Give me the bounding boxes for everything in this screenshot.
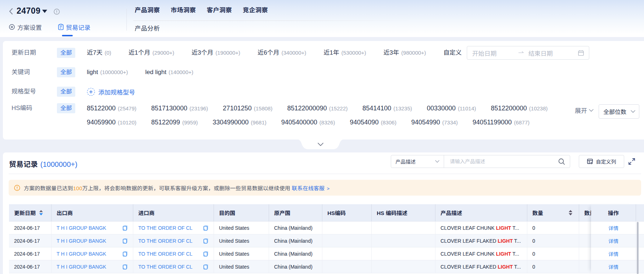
sort-carets[interactable]: [39, 210, 43, 215]
end-date-input[interactable]: 结束日期: [528, 49, 578, 58]
cell-quantity: 0: [527, 260, 579, 273]
hs-option[interactable]: 94054990(7334): [411, 117, 458, 128]
quota-warning-banner: 方案的数据量已达到100万上限，将会影响数据的更新，可联系客服升级方案，或删除一…: [9, 180, 641, 196]
tab-plan-settings[interactable]: 方案设置: [9, 23, 42, 32]
copy-icon[interactable]: [122, 264, 128, 270]
cell-quantity: 0: [527, 247, 579, 260]
hs-option[interactable]: 3304990000(9681): [213, 117, 266, 128]
col-header-hs-code[interactable]: HS编码: [322, 204, 372, 222]
detail-link[interactable]: 详情: [591, 222, 636, 234]
nav-product-insight[interactable]: 产品洞察: [135, 5, 171, 14]
hs-option[interactable]: 27101250(15808): [223, 103, 273, 114]
plan-info-icon[interactable]: [54, 9, 60, 15]
highlighted-term: LIGHT: [496, 251, 511, 257]
date-option-3y[interactable]: 近3年(980000+): [384, 48, 426, 58]
subnav-product-analysis[interactable]: 产品分析: [135, 23, 160, 32]
date-option-1y[interactable]: 近1年(530000+): [323, 48, 366, 58]
contact-support-link[interactable]: 联系在线客服: [292, 185, 325, 191]
hs-code-all-chip[interactable]: 全部: [57, 103, 75, 113]
hs-option[interactable]: 94051199000(6877): [473, 117, 529, 128]
keyword-all-chip[interactable]: 全部: [57, 67, 75, 77]
cell-update-date: 2024-06-17: [9, 247, 52, 260]
detail-link[interactable]: 详情: [591, 260, 636, 273]
cell-quantity: 0: [527, 234, 579, 247]
records-title: 贸易记录 (1000000+): [9, 159, 77, 169]
filter-row-update-date: 更新日期 全部 近7天(0) 近1个月(29000+) 近3个月(190000+…: [12, 48, 644, 60]
col-header-destination[interactable]: 目的国: [214, 204, 269, 222]
cell-importer[interactable]: TO THE ORDER OF CL: [133, 247, 214, 260]
copy-icon[interactable]: [122, 238, 128, 244]
start-date-input[interactable]: 开始日期: [472, 49, 518, 58]
hs-option[interactable]: 8517130000(23196): [151, 103, 208, 114]
cell-importer[interactable]: TO THE ORDER OF CL: [133, 260, 214, 273]
cell-origin: China (Mainland): [269, 260, 322, 273]
copy-icon[interactable]: [122, 225, 128, 231]
vertical-scrollbar[interactable]: [637, 222, 639, 274]
keyword-option-led-light[interactable]: led light(140000+): [145, 67, 193, 77]
date-option-1m[interactable]: 近1个月(29000+): [129, 48, 174, 58]
hs-option[interactable]: 85122000(25479): [87, 103, 137, 114]
copy-icon[interactable]: [122, 251, 128, 257]
search-icon[interactable]: [554, 155, 570, 168]
link-arrow[interactable]: >: [327, 186, 330, 191]
search-input[interactable]: [444, 155, 554, 168]
date-range-picker[interactable]: 开始日期 结束日期: [467, 46, 589, 60]
search-field-select[interactable]: 产品描述: [391, 155, 444, 168]
collapse-panel-button[interactable]: [296, 139, 345, 150]
hs-option[interactable]: 85122099(9959): [151, 117, 198, 128]
hs-option[interactable]: 85414100(13235): [362, 103, 412, 114]
hs-option[interactable]: 94059900(10120): [87, 117, 137, 128]
tab-trade-records[interactable]: 贸易记录: [58, 23, 90, 32]
hs-option[interactable]: 8512200000(10238): [491, 103, 548, 114]
cell-exporter[interactable]: T H I GROUP BANGK: [52, 222, 133, 234]
nav-market-insight[interactable]: 市场洞察: [171, 5, 207, 14]
col-header-quantity[interactable]: 数量: [527, 204, 579, 222]
col-header-hs-desc[interactable]: HS 编码描述: [372, 204, 435, 222]
add-spec-button[interactable]: 添加规格型号: [87, 87, 135, 97]
col-header-exporter[interactable]: 出口商: [52, 204, 133, 222]
cell-hs-desc: [372, 234, 435, 247]
date-option-7d[interactable]: 近7天(0): [87, 48, 111, 58]
copy-icon[interactable]: [203, 238, 209, 244]
keyword-option-light[interactable]: light(1000000+): [87, 67, 128, 77]
nav-customer-insight[interactable]: 客户洞察: [207, 5, 243, 14]
hs-option[interactable]: 9405400000(8326): [281, 117, 335, 128]
digits-select[interactable]: 全部位数: [599, 104, 639, 119]
cell-importer[interactable]: TO THE ORDER OF CL: [133, 234, 214, 247]
hs-option[interactable]: 85122000090(15222): [287, 103, 348, 114]
nav-divider: [133, 20, 412, 21]
sort-carets[interactable]: [569, 210, 572, 215]
trade-records-panel: 贸易记录 (1000000+) 产品描述 自定义列 方案的数据量已达到100万上…: [3, 152, 644, 274]
cell-exporter[interactable]: T H I GROUP BANGK: [52, 247, 133, 260]
update-date-all-chip[interactable]: 全部: [57, 48, 75, 58]
spec-all-chip[interactable]: 全部: [57, 87, 75, 97]
date-option-custom[interactable]: 自定义: [443, 48, 462, 58]
nav-competitor-insight[interactable]: 竞企洞察: [243, 5, 279, 14]
col-header-product[interactable]: 产品描述: [435, 204, 527, 222]
copy-icon[interactable]: [203, 251, 209, 257]
cell-importer[interactable]: TO THE ORDER OF CL: [133, 222, 214, 234]
filter-label-keyword: 关键词: [12, 67, 57, 77]
expand-link[interactable]: 展开: [575, 106, 594, 115]
cell-hs-code: [322, 247, 372, 260]
hs-option[interactable]: 00330000(11014): [427, 103, 476, 114]
trade-records-table: 更新日期 出口商 进口商 目的国 原产国 HS编码 HS 编码描述 产品描述 数…: [9, 204, 644, 273]
hs-option[interactable]: 94054090(8306): [350, 117, 396, 128]
date-option-3m[interactable]: 近3个月(190000+): [192, 48, 240, 58]
col-header-origin[interactable]: 原产国: [269, 204, 322, 222]
detail-link[interactable]: 详情: [591, 234, 636, 247]
col-header-importer[interactable]: 进口商: [133, 204, 214, 222]
detail-link[interactable]: 详情: [591, 247, 636, 260]
col-header-update-date[interactable]: 更新日期: [9, 204, 52, 222]
back-icon[interactable]: [9, 8, 13, 15]
customize-columns-button[interactable]: 自定义列: [579, 155, 624, 168]
date-option-6m[interactable]: 近6个月(340000+): [258, 48, 306, 58]
records-title-label: 贸易记录: [9, 159, 38, 169]
hs-code-options: 85122000(25479) 8517130000(23196) 271012…: [87, 103, 548, 128]
plan-dropdown-caret-icon[interactable]: [42, 10, 47, 13]
cell-exporter[interactable]: T H I GROUP BANGK: [52, 234, 133, 247]
cell-exporter[interactable]: T H I GROUP BANGK: [52, 260, 133, 273]
copy-icon[interactable]: [203, 225, 209, 231]
copy-icon[interactable]: [203, 264, 209, 270]
fullscreen-icon[interactable]: [628, 158, 635, 165]
